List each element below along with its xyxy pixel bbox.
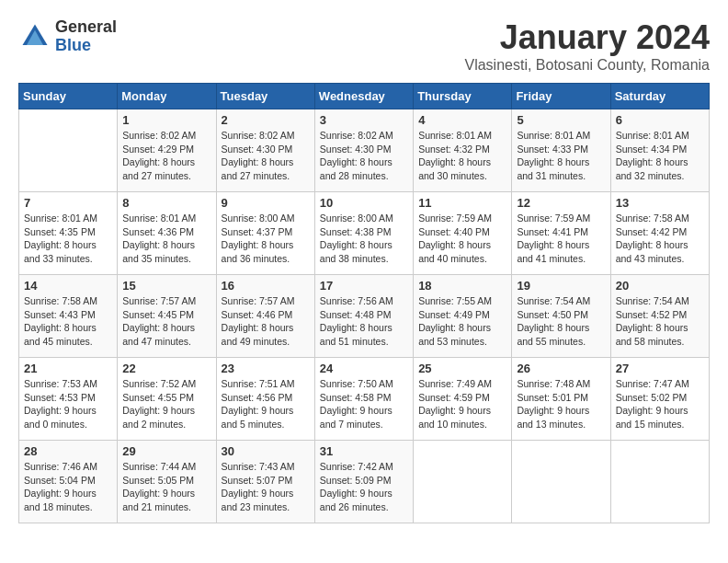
day-info: Sunrise: 7:48 AMSunset: 5:01 PMDaylight:… xyxy=(517,377,605,431)
calendar-day-cell: 2Sunrise: 8:02 AMSunset: 4:30 PMDaylight… xyxy=(216,109,314,192)
day-info: Sunrise: 8:01 AMSunset: 4:35 PMDaylight:… xyxy=(24,212,112,266)
calendar-day-cell: 12Sunrise: 7:59 AMSunset: 4:41 PMDayligh… xyxy=(512,192,610,275)
day-info: Sunrise: 8:00 AMSunset: 4:38 PMDaylight:… xyxy=(320,212,408,266)
logo: General Blue xyxy=(18,18,117,55)
calendar-day-cell: 5Sunrise: 8:01 AMSunset: 4:33 PMDaylight… xyxy=(512,109,610,192)
calendar-week-row: 21Sunrise: 7:53 AMSunset: 4:53 PMDayligh… xyxy=(19,358,710,441)
logo-general: General xyxy=(55,18,117,37)
calendar-day-cell xyxy=(414,441,512,523)
calendar-day-cell: 8Sunrise: 8:01 AMSunset: 4:36 PMDaylight… xyxy=(118,192,216,275)
day-info: Sunrise: 7:58 AMSunset: 4:42 PMDaylight:… xyxy=(616,212,704,266)
day-info: Sunrise: 8:02 AMSunset: 4:30 PMDaylight:… xyxy=(320,129,408,183)
calendar-day-cell xyxy=(19,109,118,192)
day-number: 29 xyxy=(122,444,210,458)
day-info: Sunrise: 7:57 AMSunset: 4:46 PMDaylight:… xyxy=(222,294,310,349)
day-number: 30 xyxy=(222,444,310,458)
day-info: Sunrise: 7:49 AMSunset: 4:59 PMDaylight:… xyxy=(418,377,506,431)
day-number: 7 xyxy=(24,196,112,210)
weekday-header: Monday xyxy=(118,84,216,109)
weekday-header: Wednesday xyxy=(314,84,413,109)
calendar-day-cell: 6Sunrise: 8:01 AMSunset: 4:34 PMDaylight… xyxy=(610,109,709,192)
day-number: 6 xyxy=(616,113,704,127)
calendar-day-cell: 3Sunrise: 8:02 AMSunset: 4:30 PMDaylight… xyxy=(314,109,413,192)
day-number: 4 xyxy=(418,113,506,127)
day-info: Sunrise: 7:51 AMSunset: 4:56 PMDaylight:… xyxy=(222,377,310,431)
day-info: Sunrise: 7:59 AMSunset: 4:41 PMDaylight:… xyxy=(517,212,605,266)
calendar-week-row: 14Sunrise: 7:58 AMSunset: 4:43 PMDayligh… xyxy=(19,275,710,358)
calendar-week-row: 28Sunrise: 7:46 AMSunset: 5:04 PMDayligh… xyxy=(19,441,710,523)
day-info: Sunrise: 7:58 AMSunset: 4:43 PMDaylight:… xyxy=(24,294,112,349)
calendar-week-row: 1Sunrise: 8:02 AMSunset: 4:29 PMDaylight… xyxy=(19,109,710,192)
day-info: Sunrise: 8:01 AMSunset: 4:32 PMDaylight:… xyxy=(418,129,506,183)
calendar-day-cell: 18Sunrise: 7:55 AMSunset: 4:49 PMDayligh… xyxy=(414,275,512,358)
day-number: 5 xyxy=(517,113,605,127)
day-number: 22 xyxy=(122,362,210,375)
calendar-day-cell: 29Sunrise: 7:44 AMSunset: 5:05 PMDayligh… xyxy=(118,441,216,523)
location: Vlasinesti, Botosani County, Romania xyxy=(464,57,710,74)
day-number: 18 xyxy=(418,279,506,293)
day-number: 25 xyxy=(418,362,506,375)
weekday-row: SundayMondayTuesdayWednesdayThursdayFrid… xyxy=(19,84,710,109)
day-number: 14 xyxy=(24,279,112,293)
calendar-day-cell: 9Sunrise: 8:00 AMSunset: 4:37 PMDaylight… xyxy=(216,192,314,275)
calendar-day-cell: 4Sunrise: 8:01 AMSunset: 4:32 PMDaylight… xyxy=(414,109,512,192)
day-info: Sunrise: 7:42 AMSunset: 5:09 PMDaylight:… xyxy=(320,460,408,514)
day-number: 19 xyxy=(517,279,605,293)
day-info: Sunrise: 7:47 AMSunset: 5:02 PMDaylight:… xyxy=(616,377,704,431)
day-number: 26 xyxy=(517,362,605,375)
calendar-day-cell: 14Sunrise: 7:58 AMSunset: 4:43 PMDayligh… xyxy=(19,275,118,358)
logo-text: General Blue xyxy=(55,18,117,55)
day-info: Sunrise: 7:46 AMSunset: 5:04 PMDaylight:… xyxy=(24,460,112,514)
day-info: Sunrise: 7:50 AMSunset: 4:58 PMDaylight:… xyxy=(320,377,408,431)
calendar-table: SundayMondayTuesdayWednesdayThursdayFrid… xyxy=(18,83,710,523)
day-number: 27 xyxy=(616,362,704,375)
calendar-day-cell: 24Sunrise: 7:50 AMSunset: 4:58 PMDayligh… xyxy=(314,358,413,441)
calendar-day-cell: 17Sunrise: 7:56 AMSunset: 4:48 PMDayligh… xyxy=(314,275,413,358)
calendar-day-cell: 13Sunrise: 7:58 AMSunset: 4:42 PMDayligh… xyxy=(610,192,709,275)
day-info: Sunrise: 8:01 AMSunset: 4:36 PMDaylight:… xyxy=(122,212,210,266)
day-info: Sunrise: 8:02 AMSunset: 4:29 PMDaylight:… xyxy=(122,129,210,183)
day-number: 28 xyxy=(24,444,112,458)
day-info: Sunrise: 7:54 AMSunset: 4:50 PMDaylight:… xyxy=(517,294,605,349)
calendar-day-cell: 27Sunrise: 7:47 AMSunset: 5:02 PMDayligh… xyxy=(610,358,709,441)
calendar-day-cell xyxy=(512,441,610,523)
weekday-header: Friday xyxy=(512,84,610,109)
calendar-day-cell: 1Sunrise: 8:02 AMSunset: 4:29 PMDaylight… xyxy=(118,109,216,192)
day-number: 8 xyxy=(122,196,210,210)
weekday-header: Thursday xyxy=(414,84,512,109)
calendar-day-cell: 30Sunrise: 7:43 AMSunset: 5:07 PMDayligh… xyxy=(216,441,314,523)
weekday-header: Sunday xyxy=(19,84,118,109)
day-info: Sunrise: 7:56 AMSunset: 4:48 PMDaylight:… xyxy=(320,294,408,349)
day-info: Sunrise: 7:43 AMSunset: 5:07 PMDaylight:… xyxy=(222,460,310,514)
calendar-week-row: 7Sunrise: 8:01 AMSunset: 4:35 PMDaylight… xyxy=(19,192,710,275)
day-info: Sunrise: 8:01 AMSunset: 4:33 PMDaylight:… xyxy=(517,129,605,183)
weekday-header: Saturday xyxy=(610,84,709,109)
day-info: Sunrise: 8:02 AMSunset: 4:30 PMDaylight:… xyxy=(222,129,310,183)
day-info: Sunrise: 7:54 AMSunset: 4:52 PMDaylight:… xyxy=(616,294,704,349)
logo-blue: Blue xyxy=(55,37,117,55)
page-header: General Blue January 2024 Vlasinesti, Bo… xyxy=(18,18,710,74)
calendar-day-cell: 21Sunrise: 7:53 AMSunset: 4:53 PMDayligh… xyxy=(19,358,118,441)
calendar-day-cell: 19Sunrise: 7:54 AMSunset: 4:50 PMDayligh… xyxy=(512,275,610,358)
calendar-body: 1Sunrise: 8:02 AMSunset: 4:29 PMDaylight… xyxy=(19,109,710,523)
title-block: January 2024 Vlasinesti, Botosani County… xyxy=(464,18,710,74)
day-info: Sunrise: 7:55 AMSunset: 4:49 PMDaylight:… xyxy=(418,294,506,349)
calendar-day-cell: 7Sunrise: 8:01 AMSunset: 4:35 PMDaylight… xyxy=(19,192,118,275)
calendar-day-cell: 15Sunrise: 7:57 AMSunset: 4:45 PMDayligh… xyxy=(118,275,216,358)
day-number: 16 xyxy=(222,279,310,293)
day-number: 15 xyxy=(122,279,210,293)
day-number: 12 xyxy=(517,196,605,210)
month-title: January 2024 xyxy=(464,18,710,57)
calendar-day-cell: 11Sunrise: 7:59 AMSunset: 4:40 PMDayligh… xyxy=(414,192,512,275)
calendar-day-cell: 23Sunrise: 7:51 AMSunset: 4:56 PMDayligh… xyxy=(216,358,314,441)
day-info: Sunrise: 7:53 AMSunset: 4:53 PMDaylight:… xyxy=(24,377,112,431)
day-info: Sunrise: 7:57 AMSunset: 4:45 PMDaylight:… xyxy=(122,294,210,349)
day-number: 24 xyxy=(320,362,408,375)
day-number: 2 xyxy=(222,113,310,127)
day-number: 9 xyxy=(222,196,310,210)
day-number: 23 xyxy=(222,362,310,375)
calendar-day-cell: 25Sunrise: 7:49 AMSunset: 4:59 PMDayligh… xyxy=(414,358,512,441)
logo-icon xyxy=(18,20,51,53)
day-number: 10 xyxy=(320,196,408,210)
day-info: Sunrise: 7:44 AMSunset: 5:05 PMDaylight:… xyxy=(122,460,210,514)
